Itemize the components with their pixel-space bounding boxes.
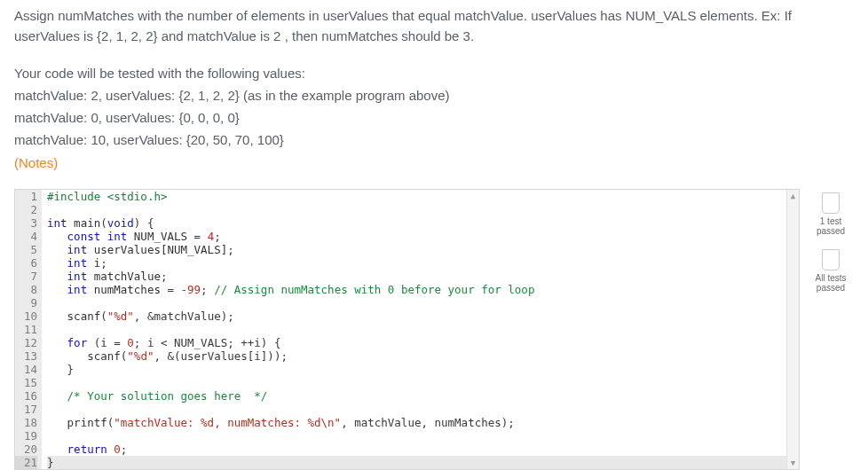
ribbon-icon	[822, 249, 840, 270]
instruction-line-2: Your code will be tested with the follow…	[14, 63, 854, 83]
one-test-passed-badge: 1 test passed	[817, 192, 845, 237]
all-tests-passed-badge: All tests passed	[815, 249, 846, 294]
test-case-3: matchValue: 10, userValues: {20, 50, 70,…	[14, 129, 854, 150]
code-area[interactable]: #include <stdio.h> int main(void) { cons…	[42, 190, 799, 469]
vertical-scrollbar[interactable]: ▲ ▼	[786, 190, 799, 469]
line-number-gutter: 123456789101112131415161718192021	[15, 190, 42, 469]
problem-statement: Assign numMatches with the number of ele…	[14, 5, 854, 173]
scroll-up-arrow-icon[interactable]: ▲	[791, 192, 795, 200]
ribbon-icon	[822, 192, 840, 214]
test-case-1: matchValue: 2, userValues: {2, 1, 2, 2} …	[14, 85, 854, 106]
scroll-down-arrow-icon[interactable]: ▼	[791, 458, 795, 467]
instruction-line-1: Assign numMatches with the number of ele…	[14, 5, 854, 47]
code-editor[interactable]: 123456789101112131415161718192021 #inclu…	[14, 189, 800, 470]
one-test-label: 1 test passed	[817, 216, 845, 237]
all-tests-label: All tests passed	[815, 273, 846, 294]
notes-link[interactable]: (Notes)	[14, 155, 58, 170]
test-case-2: matchValue: 0, userValues: {0, 0, 0, 0}	[14, 107, 854, 128]
